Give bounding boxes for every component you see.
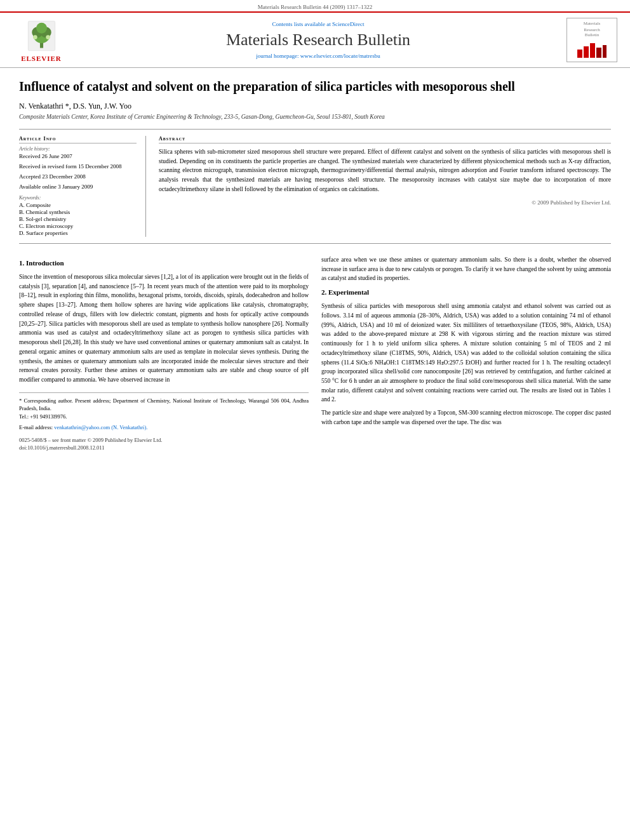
svg-point-6 <box>32 35 37 39</box>
keyword-5: D. Surface properties <box>19 230 137 236</box>
experimental-para-1: Synthesis of silica particles with mesop… <box>321 302 611 404</box>
contents-available-line: Contents lists available at ScienceDirec… <box>70 21 566 27</box>
svg-point-5 <box>36 22 47 33</box>
abstract-text: Silica spheres with sub-micrometer sized… <box>159 147 611 194</box>
revised-date: Received in revised form 15 December 200… <box>19 163 137 170</box>
svg-point-7 <box>46 35 50 39</box>
elsevier-wordmark: ELSEVIER <box>21 55 62 62</box>
keyword-1: A. Composite <box>19 202 137 208</box>
page-wrapper: Materials Research Bulletin 44 (2009) 13… <box>0 0 630 840</box>
article-info-heading: Article Info <box>19 136 137 143</box>
keyword-4: C. Electron microscopy <box>19 223 137 229</box>
svg-rect-8 <box>577 50 582 58</box>
online-date: Available online 3 January 2009 <box>19 183 137 190</box>
keywords-section: Keywords: A. Composite B. Chemical synth… <box>19 195 137 236</box>
journal-header: ELSEVIER Contents lists available at Sci… <box>0 11 630 68</box>
svg-rect-9 <box>584 46 589 58</box>
main-content: Influence of catalyst and solvent on the… <box>0 68 630 462</box>
elsevier-tree-icon <box>24 18 59 53</box>
journal-citation-text: Materials Research Bulletin 44 (2009) 13… <box>258 4 373 10</box>
article-title: Influence of catalyst and solvent on the… <box>19 78 611 95</box>
journal-homepage: journal homepage: www.elsevier.com/locat… <box>70 53 566 59</box>
experimental-heading: 2. Experimental <box>321 287 611 298</box>
received-date: Received 26 June 2007 <box>19 153 137 159</box>
left-column: 1. Introduction Since the invention of m… <box>19 255 309 451</box>
keyword-2: B. Chemical synthesis <box>19 209 137 215</box>
journal-center: Contents lists available at ScienceDirec… <box>70 21 566 58</box>
elsevier-logo: ELSEVIER <box>13 18 70 62</box>
sciencedirect-link[interactable]: ScienceDirect <box>332 21 364 27</box>
accepted-date: Accepted 23 December 2008 <box>19 173 137 180</box>
abstract-heading: Abstract <box>159 136 611 143</box>
introduction-heading: 1. Introduction <box>19 258 309 269</box>
authors-text: N. Venkatathri *, D.S. Yun, J.W. Yoo <box>19 102 131 110</box>
info-abstract-section: Article Info Article history: Received 2… <box>19 129 611 244</box>
journal-citation-header: Materials Research Bulletin 44 (2009) 13… <box>0 0 630 11</box>
issn-line: 0025-5408/$ – see front matter © 2009 Pu… <box>19 437 309 452</box>
experimental-para-2: The particle size and shape were analyze… <box>321 408 611 427</box>
copyright-line: © 2009 Published by Elsevier Ltd. <box>159 199 611 206</box>
journal-title: Materials Research Bulletin <box>70 30 566 50</box>
svg-rect-12 <box>603 45 607 58</box>
affiliation: Composite Materials Center, Korea Instit… <box>19 114 611 120</box>
svg-rect-11 <box>596 48 601 58</box>
authors-line: N. Venkatathri *, D.S. Yun, J.W. Yoo <box>19 102 611 111</box>
svg-rect-10 <box>590 43 595 58</box>
keyword-3: B. Sol-gel chemistry <box>19 216 137 222</box>
mrb-chart-icon <box>576 40 608 59</box>
surface-area-para: surface area when we use these amines or… <box>321 255 611 283</box>
mrb-logo-box: Materials Research Bulletin <box>566 18 617 62</box>
email-label: E-mail address: <box>19 424 53 430</box>
body-columns: 1. Introduction Since the invention of m… <box>19 255 611 451</box>
right-column: surface area when we use these amines or… <box>321 255 611 451</box>
article-info: Article Info Article history: Received 2… <box>19 136 146 237</box>
history-label: Article history: <box>19 146 137 152</box>
email-link[interactable]: venkatathrin@yahoo.com (N. Venkatathri). <box>54 424 147 430</box>
abstract-section: Abstract Silica spheres with sub-microme… <box>159 136 611 237</box>
footnote-star-text: * Corresponding author. Present address;… <box>19 397 309 421</box>
footnote-area: * Corresponding author. Present address;… <box>19 392 309 452</box>
keywords-label: Keywords: <box>19 195 137 201</box>
introduction-para-1: Since the invention of mesoporous silica… <box>19 272 309 385</box>
